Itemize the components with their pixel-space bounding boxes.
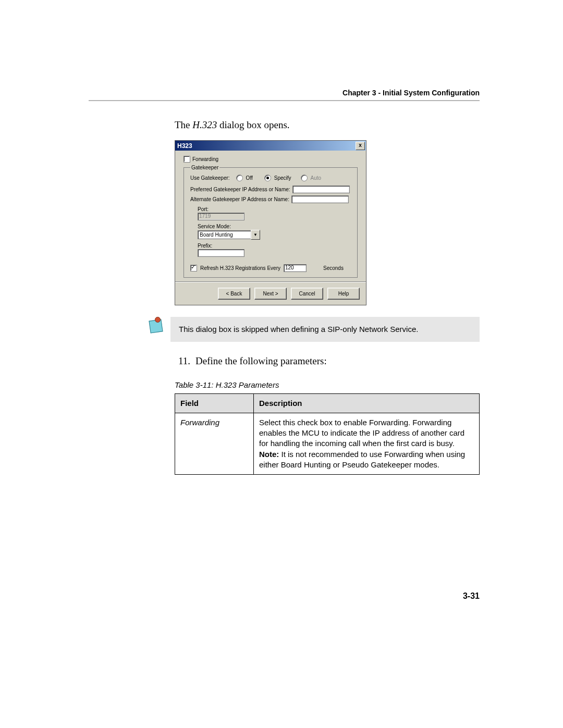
step-text: Define the following parameters: — [195, 355, 327, 367]
alternate-gk-input[interactable] — [291, 195, 349, 203]
note-box: This dialog box is skipped when defining… — [170, 317, 480, 342]
forwarding-checkbox-row: Forwarding — [183, 156, 358, 163]
refresh-unit: Seconds — [323, 265, 344, 271]
dialog-title: H323 — [177, 142, 192, 150]
radio-off-label: Off — [246, 175, 253, 181]
use-gatekeeper-label: Use Gatekeeper: — [190, 175, 230, 181]
refresh-checkbox[interactable] — [190, 265, 197, 272]
radio-auto-label: Auto — [311, 175, 322, 181]
col-description: Description — [254, 393, 480, 413]
cell-description: Select this check box to enable Forwardi… — [254, 413, 480, 474]
table-caption: Table 3-11: H.323 Parameters — [175, 380, 480, 389]
next-button[interactable]: Next > — [254, 288, 287, 300]
service-mode-select[interactable]: Board Hunting ▼ — [198, 230, 260, 240]
intro-text: The H.323 dialog box opens. — [175, 119, 480, 131]
intro-italic: H.323 — [192, 119, 217, 130]
service-mode-value: Board Hunting — [198, 230, 251, 239]
chevron-down-icon: ▼ — [251, 230, 260, 240]
service-mode-label: Service Mode: — [198, 224, 352, 229]
cancel-button[interactable]: Cancel — [291, 288, 323, 300]
dialog-button-row: < Back Next > Cancel Help — [175, 282, 366, 305]
h323-dialog: H323 x Forwarding Gatekeeper Use Gatekee… — [175, 140, 366, 305]
page-header: Chapter 3 - Initial System Configuration — [89, 89, 480, 101]
radio-off[interactable] — [236, 175, 243, 181]
close-button[interactable]: x — [356, 142, 365, 150]
gatekeeper-group: Gatekeeper Use Gatekeeper: Off Specify A… — [183, 165, 358, 278]
preferred-gk-label: Preferred Gatekeeper IP Address or Name: — [190, 187, 290, 192]
preferred-gk-input[interactable] — [292, 186, 350, 193]
forwarding-label: Forwarding — [192, 156, 218, 162]
cell-field: Forwarding — [175, 413, 254, 474]
intro-prefix: The — [175, 119, 192, 130]
radio-specify[interactable] — [264, 175, 271, 181]
table-row: Forwarding Select this check box to enab… — [175, 413, 480, 474]
refresh-label: Refresh H.323 Registrations Every — [200, 265, 280, 271]
page-number: 3-31 — [463, 591, 480, 601]
params-table: Field Description Forwarding Select this… — [175, 393, 480, 475]
step-number: 11. — [175, 355, 190, 367]
prefix-input[interactable] — [198, 249, 244, 257]
gatekeeper-legend: Gatekeeper — [190, 165, 219, 170]
port-input[interactable]: 1719 — [198, 213, 244, 220]
radio-specify-label: Specify — [274, 175, 291, 181]
note-icon — [146, 317, 164, 335]
help-button[interactable]: Help — [327, 288, 360, 300]
forwarding-checkbox[interactable] — [183, 156, 190, 163]
port-label: Port: — [198, 206, 352, 212]
back-button[interactable]: < Back — [218, 288, 250, 300]
col-field: Field — [175, 393, 254, 413]
prefix-label: Prefix: — [198, 243, 352, 249]
alternate-gk-label: Alternate Gatekeeper IP Address or Name: — [190, 196, 289, 202]
dialog-titlebar: H323 x — [175, 141, 366, 151]
refresh-value-input[interactable]: 120 — [284, 264, 307, 272]
radio-auto[interactable] — [301, 175, 308, 181]
intro-suffix: dialog box opens. — [217, 119, 289, 130]
